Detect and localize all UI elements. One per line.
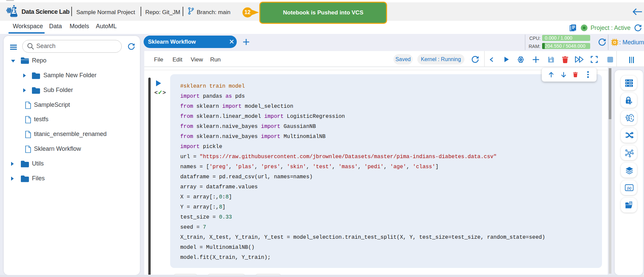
svg-text:(x): (x) (627, 186, 632, 190)
